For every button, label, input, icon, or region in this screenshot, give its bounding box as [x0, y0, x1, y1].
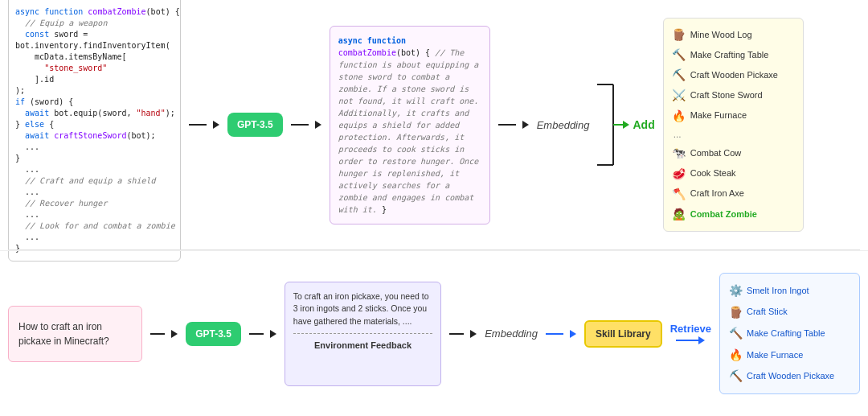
skill-panel-bottom: ⚙️ Smelt Iron Ingot 🪵 Craft Stick 🔨 Make… — [719, 273, 860, 394]
stick-icon: 🪵 — [728, 302, 743, 323]
skill-item-crafting-table: 🔨 Make Crafting Table — [672, 45, 795, 65]
skill-item-mine-wood: 🪵 Mine Wood Log — [672, 25, 795, 45]
query-box: How to craft an iron pickaxe in Minecraf… — [8, 306, 142, 362]
svg-marker-4 — [623, 121, 629, 129]
code-box: async function combatZombie(bot) { // Eq… — [8, 0, 181, 262]
add-label: Add — [633, 118, 654, 131]
skill-item-craft-stick: 🪵 Craft Stick — [728, 302, 851, 323]
skill-item-craft-wooden-pickaxe: ⛏️ Craft Wooden Pickaxe — [728, 365, 851, 387]
code-to-gpt-arrow — [189, 121, 219, 129]
skill-item-smelt-iron: ⚙️ Smelt Iron Ingot — [728, 280, 851, 302]
steak-icon: 🥩 — [672, 164, 686, 184]
retrieve-container: Retrieve — [670, 323, 711, 344]
crafting-table-icon: 🔨 — [672, 45, 686, 65]
wooden-pickaxe-icon: ⛏️ — [672, 65, 686, 85]
skill-item-make-furnace: 🔥 Make Furnace — [728, 344, 851, 366]
gpt-button-top[interactable]: GPT-3.5 — [227, 113, 283, 137]
feedback-label: Environment Feedback — [293, 339, 432, 352]
skill-panel-top: 🪵 Mine Wood Log 🔨 Make Crafting Table ⛏️… — [663, 18, 804, 232]
skill-item-combat-cow: 🐄 Combat Cow — [672, 143, 795, 163]
crafting-table2-icon: 🔨 — [728, 323, 743, 344]
top-row: async function combatZombie(bot) { // Eq… — [0, 0, 868, 249]
furnace-icon: 🔥 — [672, 106, 686, 126]
retrieve-arrow — [676, 336, 705, 344]
mine-wood-icon: 🪵 — [672, 25, 686, 45]
skill-library-button[interactable]: Skill Library — [584, 320, 662, 348]
skill-dots-top: ... — [672, 126, 795, 144]
gpt-to-desc-arrow — [291, 121, 321, 129]
diagram: async function combatZombie(bot) { // Eq… — [0, 0, 868, 416]
skill-item-iron-axe: 🪓 Craft Iron Axe — [672, 184, 795, 204]
smelt-icon: ⚙️ — [728, 280, 743, 302]
retrieve-label: Retrieve — [670, 323, 711, 335]
query-to-gpt-arrow — [150, 330, 178, 338]
furnace2-icon: 🔥 — [728, 344, 743, 366]
gpt-button-bottom[interactable]: GPT-3.5 — [186, 322, 241, 346]
embedding-label-bottom: Embedding — [485, 327, 538, 340]
axe-icon: 🪓 — [672, 184, 686, 204]
skill-item-make-crafting-table: 🔨 Make Crafting Table — [728, 323, 851, 344]
response-to-embedding-arrow — [449, 330, 477, 338]
skill-item-wooden-pickaxe: ⛏️ Craft Wooden Pickaxe — [672, 65, 795, 85]
embedding-label-top: Embedding — [537, 119, 590, 131]
response-box: To craft an iron pickaxe, you need to 3 … — [285, 282, 441, 386]
desc-box: async function combatZombie(bot) { // Th… — [330, 26, 490, 224]
desc-to-embedding-arrow — [498, 121, 529, 129]
embedding-to-skilllib-arrow — [546, 330, 576, 338]
bracket-svg — [597, 36, 629, 213]
skill-item-cook-steak: 🥩 Cook Steak — [672, 164, 795, 184]
zombie-icon: 🧟 — [672, 204, 686, 224]
response-divider — [293, 333, 432, 334]
skill-item-furnace: 🔥 Make Furnace — [672, 106, 795, 126]
pickaxe2-icon: ⛏️ — [728, 365, 743, 387]
gpt-to-response-arrow — [249, 330, 276, 338]
stone-sword-icon: ⚔️ — [672, 85, 686, 105]
bottom-row: How to craft an iron pickaxe in Minecraf… — [0, 250, 868, 416]
embedding-to-panel: Add — [597, 36, 654, 213]
cow-icon: 🐄 — [672, 143, 686, 163]
skill-item-combat-zombie: 🧟 Combat Zombie — [672, 204, 795, 224]
skill-item-stone-sword: ⚔️ Craft Stone Sword — [672, 85, 795, 105]
add-label-container: Add — [633, 118, 654, 131]
